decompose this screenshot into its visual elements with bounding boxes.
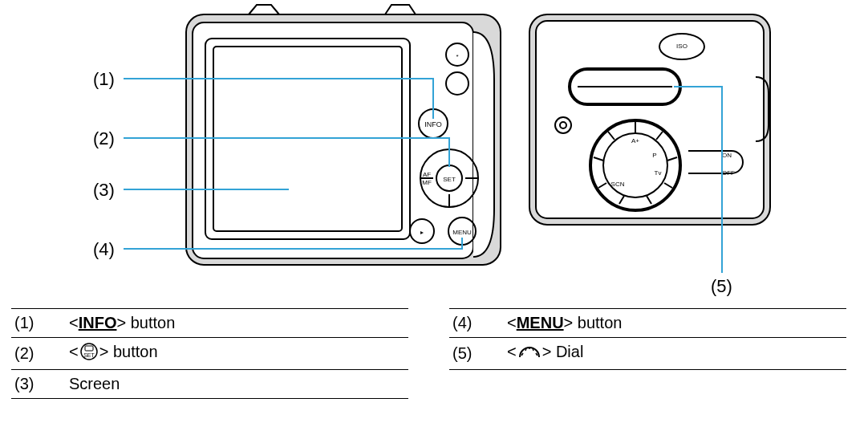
legend-right: (4) <MENU> button (5) <> Dial <box>449 308 846 370</box>
legend-left: (1) <INFO> button (2) <SET> button (3) S… <box>11 308 408 399</box>
legend-row: (3) Screen <box>11 370 408 399</box>
callout-4: (4) <box>93 239 115 259</box>
camera-back-illustration: * INFO SET AF MF ▸ MENU <box>186 5 501 265</box>
svg-text:MF: MF <box>422 179 432 186</box>
callout-5: (5) <box>711 276 732 296</box>
legend-row: (5) <> Dial <box>449 338 846 370</box>
dial-icon <box>518 344 541 364</box>
ael-button-label: * <box>456 53 458 60</box>
camera-top-illustration: ISO A+ SCN P Tv <box>529 14 770 225</box>
legend-row: (4) <MENU> button <box>449 309 846 338</box>
svg-line-49 <box>536 353 537 356</box>
svg-text:A+: A+ <box>631 137 639 144</box>
svg-rect-18 <box>536 21 764 218</box>
info-button-label: INFO <box>424 120 442 128</box>
svg-text:Tv: Tv <box>655 169 662 177</box>
callout-2: (2) <box>93 128 115 148</box>
callout-3: (3) <box>93 180 115 200</box>
q-set-icon: SET <box>80 343 98 364</box>
svg-text:OFF: OFF <box>722 169 735 177</box>
svg-line-45 <box>521 353 523 356</box>
svg-text:ON: ON <box>722 152 732 159</box>
svg-text:SET: SET <box>443 176 456 183</box>
svg-text:SET: SET <box>83 352 95 358</box>
svg-text:AF: AF <box>423 171 431 178</box>
svg-text:MENU: MENU <box>452 229 472 236</box>
legend-row: (1) <INFO> button <box>11 309 408 338</box>
svg-line-48 <box>533 348 533 351</box>
svg-rect-43 <box>85 346 93 351</box>
callout-1: (1) <box>93 69 115 89</box>
diagram-canvas: * INFO SET AF MF ▸ MENU ISO <box>0 0 868 305</box>
svg-text:▸: ▸ <box>420 229 424 236</box>
svg-text:ISO: ISO <box>676 43 688 50</box>
svg-text:P: P <box>652 152 656 159</box>
svg-line-46 <box>525 348 526 351</box>
legend-row: (2) <SET> button <box>11 338 408 370</box>
svg-text:SCN: SCN <box>611 181 625 188</box>
